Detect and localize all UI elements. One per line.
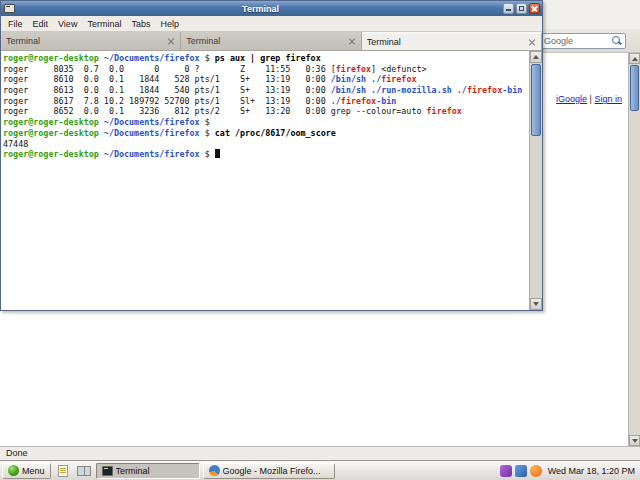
tab-label: Terminal <box>186 36 344 46</box>
signin-link[interactable]: Sign in <box>594 94 622 104</box>
search-icon[interactable] <box>612 36 622 46</box>
terminal-icon <box>4 4 15 13</box>
menu-item-edit[interactable]: Edit <box>28 18 54 30</box>
task-list: TerminalGoogle - Mozilla Firefo... <box>96 463 335 479</box>
terminal-tab-2[interactable]: Terminal <box>181 32 361 50</box>
tray-app-icon-orange[interactable] <box>530 465 542 477</box>
close-icon[interactable] <box>529 3 540 14</box>
menu-label: Menu <box>22 466 45 476</box>
menu-icon <box>8 465 19 476</box>
terminal-titlebar[interactable]: Terminal <box>1 1 542 16</box>
notes-icon <box>58 465 68 477</box>
firefox-icon <box>209 465 220 476</box>
terminal-line: roger@roger-desktop ~/Documents/firefox … <box>3 117 529 128</box>
page-header-links: iGoogle | Sign in <box>556 94 622 104</box>
tray-app-icon-blue[interactable] <box>515 465 527 477</box>
terminal-line: roger 8652 0.0 0.1 3236 812 pts/2 S+ 13:… <box>3 106 529 117</box>
tab-label: Terminal <box>6 36 164 46</box>
terminal-tab-3[interactable]: Terminal <box>362 32 542 50</box>
scroll-down-icon[interactable] <box>629 435 640 446</box>
menu-item-terminal[interactable]: Terminal <box>82 18 126 30</box>
desktop: Google iGoogle | Sign in Done Terminal <box>0 0 640 480</box>
pager[interactable] <box>75 463 93 479</box>
menu-item-view[interactable]: View <box>53 18 82 30</box>
tab-label: Terminal <box>367 37 525 47</box>
tray-app-icon-purple[interactable] <box>500 465 512 477</box>
terminal-line: roger@roger-desktop ~/Documents/firefox … <box>3 53 529 64</box>
system-tray <box>500 465 542 477</box>
terminal-line: roger@roger-desktop ~/Documents/firefox … <box>3 128 529 139</box>
browser-scrollbar[interactable] <box>628 53 640 446</box>
browser-search-input[interactable]: Google <box>540 33 626 49</box>
scroll-up-icon[interactable] <box>530 51 542 63</box>
window-title: Terminal <box>18 4 503 14</box>
status-text: Done <box>6 448 28 458</box>
terminal-screen[interactable]: roger@roger-desktop ~/Documents/firefox … <box>1 51 542 310</box>
menu-item-tabs[interactable]: Tabs <box>126 18 155 30</box>
menu-button[interactable]: Menu <box>2 463 51 479</box>
browser-scrollbar-thumb[interactable] <box>630 65 639 111</box>
terminal-line: 47448 <box>3 139 529 150</box>
terminal-icon <box>102 466 113 476</box>
terminal-menubar: FileEditViewTerminalTabsHelp <box>1 16 542 32</box>
search-engine-value: Google <box>544 36 612 46</box>
terminal-line: roger 8035 0.7 0.0 0 0 ? Z 11:55 0:36 [f… <box>3 64 529 75</box>
igoogle-link[interactable]: iGoogle <box>556 94 587 104</box>
browser-status-bar: Done <box>0 446 640 460</box>
terminal-scrollbar[interactable] <box>529 51 542 310</box>
terminal-output[interactable]: roger@roger-desktop ~/Documents/firefox … <box>1 51 529 310</box>
terminal-line: roger@roger-desktop ~/Documents/firefox … <box>3 149 529 160</box>
taskbar: Menu TerminalGoogle - Mozilla Firefo... … <box>0 460 640 480</box>
terminal-cursor <box>215 149 220 158</box>
terminal-tabbar: TerminalTerminalTerminal <box>1 32 542 51</box>
maximize-icon[interactable] <box>516 3 527 14</box>
links-separator: | <box>590 94 592 104</box>
scroll-up-icon[interactable] <box>629 53 640 64</box>
terminal-line: roger 8617 7.8 10.2 189792 52700 pts/1 S… <box>3 96 529 107</box>
terminal-tab-1[interactable]: Terminal <box>1 32 181 50</box>
terminal-line: roger 8613 0.0 0.1 1844 540 pts/1 S+ 13:… <box>3 85 529 96</box>
minimize-icon[interactable] <box>503 3 514 14</box>
terminal-line: roger 8610 0.0 0.1 1844 528 pts/1 S+ 13:… <box>3 74 529 85</box>
terminal-scrollbar-thumb[interactable] <box>531 64 541 136</box>
clock[interactable]: Wed Mar 18, 1:20 PM <box>545 466 638 476</box>
taskbar-task-terminal[interactable]: Terminal <box>96 463 200 479</box>
taskbar-task-firefox[interactable]: Google - Mozilla Firefo... <box>203 463 335 479</box>
task-label: Terminal <box>116 466 194 476</box>
menu-item-help[interactable]: Help <box>155 18 184 30</box>
window-controls <box>503 3 540 14</box>
terminal-window: Terminal FileEditViewTerminalTabsHelp Te… <box>0 0 543 311</box>
notes-launcher[interactable] <box>54 463 72 479</box>
tab-close-icon[interactable] <box>167 37 175 45</box>
scroll-down-icon[interactable] <box>530 298 542 310</box>
task-label: Google - Mozilla Firefo... <box>223 466 329 476</box>
menu-item-file[interactable]: File <box>3 18 28 30</box>
tab-close-icon[interactable] <box>348 37 356 45</box>
tab-close-icon[interactable] <box>528 38 536 46</box>
pager-icon <box>77 466 91 476</box>
